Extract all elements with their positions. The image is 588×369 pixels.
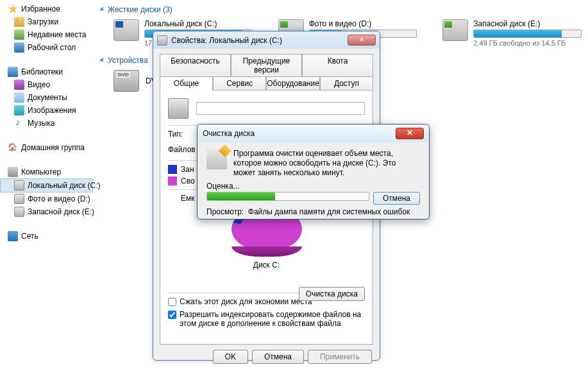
library-icon bbox=[8, 67, 18, 77]
type-label: Тип: bbox=[168, 130, 183, 139]
drive-icon bbox=[157, 35, 167, 46]
sidebar-drive-c[interactable]: Локальный диск (C:) bbox=[0, 178, 93, 193]
desktop-icon bbox=[14, 42, 24, 53]
disk-cleanup-dialog: Очистка диска ✕ Программа очистки оценив… bbox=[197, 124, 430, 219]
disk-stat: 2,49 ГБ свободно из 14,5 ГБ bbox=[473, 39, 582, 47]
ok-button[interactable]: OK bbox=[213, 350, 248, 364]
index-checkbox[interactable] bbox=[168, 311, 176, 319]
sidebar-libraries[interactable]: Библиотеки bbox=[0, 65, 93, 78]
progress-bar bbox=[206, 192, 369, 201]
used-label: Зан bbox=[181, 165, 194, 174]
sidebar-drive-d[interactable]: Фото и видео (D:) bbox=[0, 193, 93, 205]
sidebar-drive-e[interactable]: Запасной диск (E:) bbox=[0, 205, 93, 218]
navigation-pane: Избранное Загрузки Недавние места Рабочи… bbox=[0, 0, 93, 257]
sidebar-video[interactable]: Видео bbox=[0, 78, 93, 91]
tab-quota[interactable]: Квота bbox=[302, 54, 373, 76]
dialog-title: Свойства: Локальный диск (C:) bbox=[171, 36, 344, 45]
sidebar-network[interactable]: Сеть bbox=[0, 230, 93, 243]
view-value: Файлы дампа памяти для системных ошибок bbox=[248, 207, 410, 216]
volume-name-input[interactable] bbox=[196, 102, 365, 115]
sidebar-homegroup[interactable]: Домашняя группа bbox=[0, 141, 93, 154]
dialog-title: Очистка диска bbox=[203, 129, 396, 138]
tab-sharing[interactable]: Доступ bbox=[320, 76, 373, 90]
sidebar-music[interactable]: Музыка bbox=[0, 117, 93, 130]
sidebar-documents[interactable]: Документы bbox=[0, 91, 93, 104]
tab-general[interactable]: Общие bbox=[160, 76, 213, 90]
sidebar-computer[interactable]: Компьютер bbox=[0, 166, 93, 178]
apply-button[interactable]: Применить bbox=[308, 350, 372, 364]
drive-icon bbox=[14, 180, 24, 191]
tab-tools[interactable]: Сервис bbox=[213, 76, 266, 90]
dvd-icon[interactable] bbox=[113, 70, 139, 92]
disk-item-e[interactable]: Запасной диск (E:) 2,49 ГБ свободно из 1… bbox=[442, 19, 582, 47]
drive-icon bbox=[14, 207, 24, 217]
drive-icon bbox=[14, 194, 24, 204]
star-icon bbox=[8, 4, 18, 14]
usage-bar bbox=[473, 30, 582, 38]
capacity-label: Емк bbox=[181, 194, 195, 203]
dialog-titlebar[interactable]: Очистка диска ✕ bbox=[197, 124, 429, 142]
sidebar-recent[interactable]: Недавние места bbox=[0, 28, 93, 41]
disk-name: Локальный диск (C:) bbox=[144, 19, 253, 28]
used-color-icon bbox=[168, 165, 177, 174]
cancel-button[interactable]: Отмена bbox=[252, 350, 304, 364]
tab-previous-versions[interactable]: Предыдущие версии bbox=[231, 54, 302, 76]
disk-name: Запасной диск (E:) bbox=[473, 19, 582, 28]
drive-icon bbox=[168, 98, 189, 119]
free-color-icon bbox=[168, 176, 177, 185]
cleanup-icon bbox=[206, 149, 227, 169]
view-label: Просмотр: bbox=[206, 207, 244, 216]
sidebar-downloads[interactable]: Загрузки bbox=[0, 15, 93, 28]
chevron-icon bbox=[99, 57, 105, 63]
index-label: Разрешить индексировать содержимое файло… bbox=[180, 310, 365, 328]
compress-checkbox[interactable] bbox=[168, 298, 176, 306]
sidebar-images[interactable]: Изображения bbox=[0, 104, 93, 117]
tab-hardware[interactable]: Оборудование bbox=[266, 76, 320, 90]
evaluation-label: Оценка... bbox=[206, 182, 420, 191]
close-button[interactable]: ✕ bbox=[396, 128, 424, 139]
dialog-titlebar[interactable]: Свойства: Локальный диск (C:) ✕ bbox=[153, 31, 380, 49]
chevron-icon bbox=[99, 6, 105, 12]
disk-name: Фото и видео (D:) bbox=[309, 19, 417, 28]
document-icon bbox=[14, 92, 24, 103]
cancel-button[interactable]: Отмена bbox=[373, 192, 420, 205]
tab-security[interactable]: Безопасность bbox=[160, 54, 231, 76]
cleanup-message: Программа очистки оценивает объем места,… bbox=[233, 149, 420, 178]
video-icon bbox=[14, 80, 24, 90]
drive-icon bbox=[113, 19, 139, 41]
disk-cleanup-button[interactable]: Очистка диска bbox=[299, 287, 365, 301]
free-label: Сво bbox=[181, 176, 195, 185]
sidebar-favorites[interactable]: Избранное bbox=[0, 3, 93, 15]
homegroup-icon bbox=[8, 142, 18, 153]
disk-label: Диск C: bbox=[168, 261, 365, 270]
drive-icon bbox=[442, 19, 468, 41]
sidebar-desktop[interactable]: Рабочий стол bbox=[0, 41, 93, 54]
compress-label: Сжать этот диск для экономии места bbox=[180, 297, 312, 306]
image-icon bbox=[14, 105, 24, 116]
network-icon bbox=[8, 231, 18, 241]
section-hdd[interactable]: Жесткие диски (3) bbox=[101, 5, 582, 14]
close-button[interactable]: ✕ bbox=[348, 35, 376, 46]
music-icon bbox=[14, 118, 24, 128]
computer-icon bbox=[8, 167, 18, 177]
fs-label: Файлов bbox=[168, 145, 196, 154]
folder-icon bbox=[14, 17, 24, 27]
recent-icon bbox=[14, 30, 24, 40]
